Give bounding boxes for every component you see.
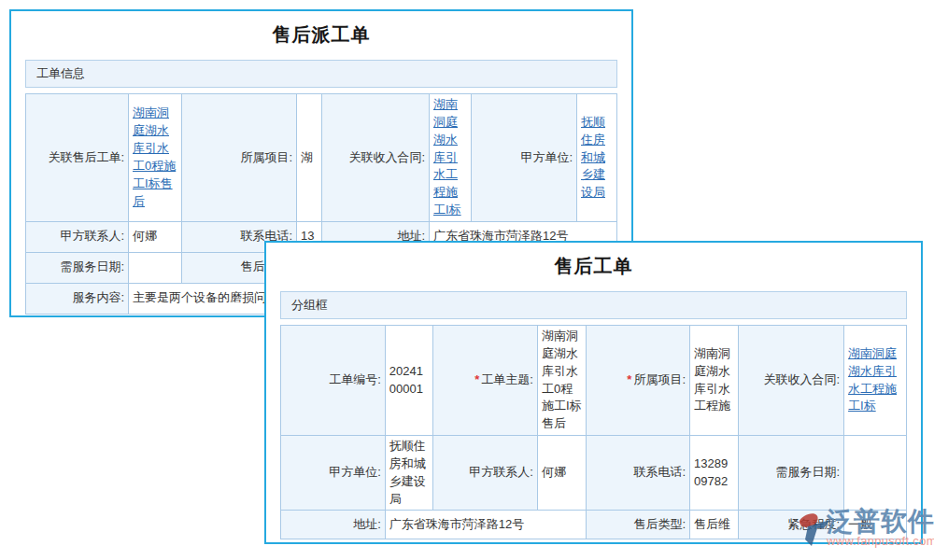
field-value-project: 湖 — [297, 94, 322, 222]
field-label-client-unit: 甲方单位: — [281, 436, 386, 511]
field-value-phone: 1328909782 — [690, 436, 739, 511]
required-asterisk: * — [474, 372, 479, 386]
field-value-client-contact: 何娜 — [537, 436, 586, 511]
field-value-project: 湖南洞庭湖水库引水工程施 — [690, 326, 739, 436]
field-label-order-number: 工单编号: — [281, 326, 386, 436]
field-label-related-service-order: 关联售后工单: — [26, 94, 129, 222]
field-value-client-unit: 抚顺住房和城乡建设局 — [385, 436, 432, 511]
workorder-form-table: 工单编号: 2024100001 *工单主题: 湖南洞庭湖水库引水工0程施工I标… — [280, 325, 907, 539]
field-label-service-date: 需服务日期: — [739, 436, 844, 511]
field-label-income-contract: 关联收入合同: — [322, 94, 430, 222]
field-label-client-unit: 甲方单位: — [472, 94, 577, 222]
field-value-urgency: 一般 — [844, 511, 907, 539]
field-label-urgency: 紧急程度: — [739, 511, 844, 539]
field-value-client-unit: 抚顺住房和城乡建设局 — [577, 94, 617, 222]
field-label-address: 地址: — [281, 511, 386, 539]
field-value-related-service-order: 湖南洞庭湖水库引水工0程施工I标售后 — [129, 94, 182, 222]
field-label-service-content: 服务内容: — [26, 283, 129, 314]
field-value-order-number: 2024100001 — [385, 326, 432, 436]
field-value-service-date — [844, 436, 907, 511]
field-value-client-contact: 何娜 — [129, 221, 182, 252]
field-label-order-subject: *工单主题: — [433, 326, 538, 436]
dispatch-window-title: 售后派工单 — [11, 11, 631, 60]
workorder-section-header: 分组框 — [280, 291, 907, 319]
table-row: 关联售后工单: 湖南洞庭湖水库引水工0程施工I标售后 所属项目: 湖 关联收入合… — [26, 94, 617, 222]
workorder-window-title: 售后工单 — [266, 243, 921, 291]
field-label-service-type: 售后类型: — [587, 511, 690, 539]
related-service-order-link[interactable]: 湖南洞庭湖水库引水工0程施工I标售后 — [133, 105, 176, 207]
field-label-income-contract: 关联收入合同: — [739, 326, 844, 436]
project-label-text: 所属项目: — [633, 372, 686, 386]
field-value-address: 广东省珠海市菏泽路12号 — [385, 511, 586, 539]
field-label-client-contact: 甲方联系人: — [26, 221, 129, 252]
field-label-project: *所属项目: — [587, 326, 690, 436]
table-row: 地址: 广东省珠海市菏泽路12号 售后类型: 售后维 紧急程度: 一般 — [281, 511, 907, 539]
field-label-service-date: 需服务日期: — [26, 252, 129, 283]
field-value-service-date — [129, 252, 182, 283]
field-value-income-contract: 湖南洞庭湖水库引水工程施工I标 — [844, 326, 907, 436]
dispatch-section-header: 工单信息 — [25, 60, 617, 88]
income-contract-link[interactable]: 湖南洞庭湖水库引水工程施工I标 — [848, 346, 897, 413]
table-row: 甲方单位: 抚顺住房和城乡建设局 甲方联系人: 何娜 联系电话: 1328909… — [281, 436, 907, 511]
field-value-order-subject: 湖南洞庭湖水库引水工0程施工I标售后 — [537, 326, 586, 436]
table-row: 工单编号: 2024100001 *工单主题: 湖南洞庭湖水库引水工0程施工I标… — [281, 326, 907, 436]
client-unit-link[interactable]: 抚顺住房和城乡建设局 — [581, 115, 605, 199]
field-value-service-type: 售后维 — [690, 511, 739, 539]
order-subject-label-text: 工单主题: — [481, 372, 533, 386]
field-label-phone: 联系电话: — [587, 436, 690, 511]
service-workorder-window: 售后工单 分组框 工单编号: 2024100001 *工单主题: 湖南洞庭湖水库… — [264, 241, 923, 544]
field-label-project: 所属项目: — [182, 94, 297, 222]
income-contract-link[interactable]: 湖南洞庭湖水库引水工程施工I标 — [433, 97, 461, 217]
required-asterisk: * — [627, 372, 631, 386]
field-value-income-contract: 湖南洞庭湖水库引水工程施工I标 — [430, 94, 472, 222]
field-label-client-contact: 甲方联系人: — [433, 436, 538, 511]
